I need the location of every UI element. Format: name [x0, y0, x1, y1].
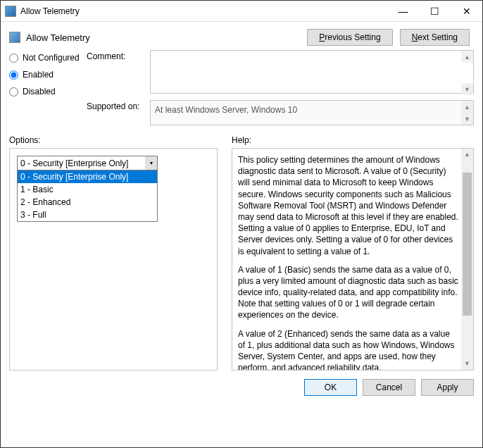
dropdown-item-0[interactable]: 0 - Security [Enterprise Only] — [18, 170, 157, 183]
scrollbar-thumb[interactable] — [463, 173, 472, 316]
help-paragraph: A value of 2 (Enhanced) sends the same d… — [238, 328, 459, 371]
close-button[interactable]: ✕ — [451, 1, 482, 21]
radio-label: Enabled — [23, 70, 54, 80]
radio-label: Not Configured — [23, 53, 80, 63]
radio-label: Disabled — [23, 87, 56, 97]
scroll-up-icon[interactable]: ▲ — [461, 149, 473, 161]
window-title: Allow Telemetry — [20, 6, 387, 16]
dropdown-item-1[interactable]: 1 - Basic — [18, 183, 157, 196]
next-setting-button[interactable]: Next Setting — [400, 29, 470, 46]
minimize-button[interactable]: — — [387, 1, 419, 21]
scrollbar[interactable]: ▲ ▼ — [461, 149, 473, 370]
scroll-up-icon[interactable]: ▲ — [461, 51, 473, 63]
policy-title: Allow Telemetry — [26, 32, 307, 43]
radio-enabled[interactable]: Enabled — [9, 70, 80, 80]
dropdown-item-3[interactable]: 3 - Full — [18, 209, 157, 221]
dropdown-list: 0 - Security [Enterprise Only] 1 - Basic… — [17, 170, 158, 222]
maximize-button[interactable]: ☐ — [419, 1, 451, 21]
app-icon — [5, 6, 16, 17]
supported-on-field: At least Windows Server, Windows 10 — [150, 100, 474, 125]
dropdown-item-2[interactable]: 2 - Enhanced — [18, 196, 157, 209]
options-panel: 0 - Security [Enterprise Only] ▾ 0 - Sec… — [9, 148, 218, 371]
help-paragraph: This policy setting determines the amoun… — [238, 154, 459, 257]
help-label: Help: — [232, 135, 251, 145]
chevron-down-icon[interactable]: ▾ — [145, 156, 157, 170]
cancel-button[interactable]: Cancel — [363, 379, 415, 396]
radio-not-configured[interactable]: Not Configured — [9, 53, 80, 63]
radio-not-configured-input[interactable] — [9, 54, 18, 63]
radio-disabled[interactable]: Disabled — [9, 87, 80, 97]
policy-icon — [9, 32, 20, 43]
scroll-down-icon[interactable]: ▼ — [461, 113, 473, 125]
telemetry-dropdown[interactable]: 0 - Security [Enterprise Only] ▾ — [17, 156, 158, 170]
apply-button[interactable]: Apply — [421, 379, 474, 396]
header: Allow Telemetry Previous Setting Next Se… — [1, 22, 482, 46]
scroll-down-icon[interactable]: ▼ — [461, 358, 473, 370]
options-label: Options: — [9, 135, 218, 145]
scroll-down-icon[interactable]: ▼ — [461, 83, 473, 95]
dropdown-selected: 0 - Security [Enterprise Only] — [20, 158, 128, 168]
titlebar: Allow Telemetry — ☐ ✕ — [1, 1, 482, 22]
radio-enabled-input[interactable] — [9, 70, 18, 80]
help-paragraph: A value of 1 (Basic) sends the same data… — [238, 264, 459, 321]
radio-disabled-input[interactable] — [9, 87, 18, 97]
comment-textarea[interactable] — [150, 50, 474, 94]
supported-label: Supported on: — [87, 100, 143, 125]
supported-on-text: At least Windows Server, Windows 10 — [155, 105, 297, 115]
help-panel: This policy setting determines the amoun… — [232, 148, 474, 371]
scroll-up-icon[interactable]: ▲ — [461, 101, 473, 113]
previous-setting-button[interactable]: Previous Setting — [307, 29, 392, 46]
comment-label: Comment: — [87, 50, 143, 96]
ok-button[interactable]: OK — [304, 379, 357, 396]
